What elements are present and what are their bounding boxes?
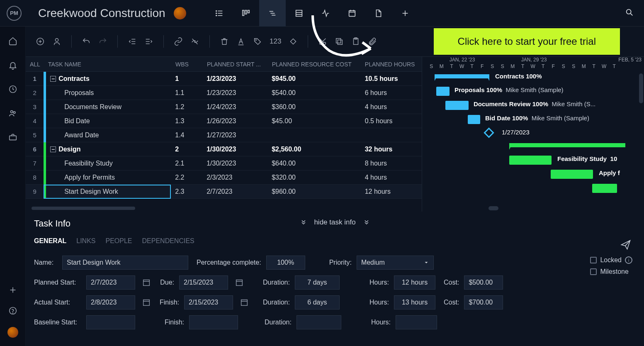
table-row[interactable]: 3Documents Review1.21/24/2023$360.004 ho… <box>26 100 422 114</box>
assign-user-icon[interactable] <box>52 37 61 46</box>
calendar-icon[interactable] <box>140 296 153 309</box>
view-gantt-icon[interactable] <box>259 0 286 27</box>
paste-icon[interactable] <box>351 37 360 46</box>
locked-checkbox[interactable]: Lockedi <box>590 256 632 264</box>
actualstart-field[interactable] <box>86 295 135 309</box>
view-board-icon[interactable] <box>233 0 259 27</box>
link-icon[interactable] <box>174 37 183 46</box>
view-calendar-icon[interactable] <box>339 0 365 27</box>
actualfinish-field[interactable] <box>184 295 233 309</box>
hide-task-info-toggle[interactable]: hide task info <box>300 218 369 227</box>
indent-icon[interactable] <box>144 37 153 46</box>
table-row[interactable]: 2Proposals1.11/23/2023$540.006 hours <box>26 86 422 100</box>
tab-people[interactable]: PEOPLE <box>105 237 132 245</box>
view-sheet-icon[interactable] <box>286 0 312 27</box>
outdent-icon[interactable] <box>128 37 137 46</box>
baseline-duration-field[interactable] <box>296 315 341 329</box>
col-header-plannedhours[interactable]: PLANNED HOURS <box>361 61 422 68</box>
table-row[interactable]: 1−Contracts11/23/2023$945.0010.5 hours <box>26 72 422 86</box>
avatar[interactable] <box>174 7 186 19</box>
gantt-day-letter: W <box>599 63 610 72</box>
gantt-bar-proposals[interactable] <box>436 87 450 96</box>
view-list-icon[interactable] <box>206 0 233 27</box>
cta-banner[interactable]: Click here to start your free trial <box>434 28 620 55</box>
view-add-icon[interactable] <box>392 0 418 27</box>
gantt-bar-biddate[interactable] <box>468 115 480 124</box>
col-header-wbs[interactable]: WBS <box>171 61 203 68</box>
send-icon[interactable] <box>620 239 632 251</box>
add-task-icon[interactable] <box>36 37 45 46</box>
add-icon[interactable] <box>8 285 17 295</box>
name-field[interactable] <box>62 256 188 270</box>
actual-hours-field[interactable] <box>394 295 435 309</box>
gantt-day-letter: S <box>426 63 437 72</box>
calendar-icon[interactable] <box>238 296 250 309</box>
view-activity-icon[interactable] <box>312 0 339 27</box>
col-header-taskname[interactable]: TASK NAME <box>44 61 171 68</box>
tab-general[interactable]: GENERAL <box>34 237 66 245</box>
svg-point-5 <box>216 15 216 16</box>
planned-hours-field[interactable] <box>394 275 435 290</box>
planned-cost-field[interactable] <box>464 275 503 290</box>
collapse-icon[interactable]: − <box>50 76 56 82</box>
gantt-milestone-award[interactable] <box>484 127 494 138</box>
baseline-hours-field[interactable] <box>396 315 437 329</box>
help-icon[interactable] <box>8 306 17 315</box>
milestone-checkbox[interactable]: Milestone <box>590 268 632 275</box>
tab-links[interactable]: LINKS <box>76 237 95 245</box>
profile-avatar[interactable] <box>7 327 18 338</box>
hours-label: Hours: <box>371 319 391 326</box>
calendar-icon[interactable] <box>140 276 153 289</box>
grid-hscroll[interactable] <box>26 205 422 212</box>
due-field[interactable] <box>179 275 228 290</box>
search-icon[interactable] <box>625 8 634 18</box>
attach-icon[interactable] <box>368 37 377 46</box>
milestone-icon[interactable] <box>289 37 298 46</box>
table-row[interactable]: 6−Design21/30/2023$2,560.0032 hours <box>26 142 422 156</box>
gantt-bar-feasibility[interactable] <box>509 156 552 165</box>
priority-select[interactable]: Medium <box>357 256 434 270</box>
tab-dependencies[interactable]: DEPENDENCIES <box>142 237 194 245</box>
people-icon[interactable] <box>8 109 17 118</box>
col-header-all[interactable]: ALL <box>26 61 44 68</box>
unlink-icon[interactable] <box>190 37 199 46</box>
baselinefinish-field[interactable] <box>189 315 238 329</box>
home-icon[interactable] <box>8 37 17 46</box>
gantt-bar-docsreview[interactable] <box>445 101 469 110</box>
redo-icon[interactable] <box>98 37 107 46</box>
table-row[interactable]: 8Apply for Permits2.22/3/2023$320.004 ho… <box>26 171 422 185</box>
notifications-icon[interactable] <box>8 61 17 70</box>
actual-cost-field[interactable] <box>464 295 503 309</box>
cut-icon[interactable] <box>318 37 327 46</box>
collapse-icon[interactable]: − <box>50 146 56 152</box>
pct-field[interactable] <box>266 256 305 270</box>
table-row[interactable]: 5Award Date1.41/27/2023 <box>26 128 422 142</box>
table-row[interactable]: 7Feasibility Study2.11/30/2023$640.008 h… <box>26 156 422 171</box>
baselinestart-field[interactable] <box>86 315 135 329</box>
textcolor-icon[interactable] <box>236 37 245 46</box>
logo-badge[interactable]: PM <box>7 6 22 21</box>
table-row[interactable]: 4Bid Date1.31/26/2023$45.000.5 hours <box>26 114 422 128</box>
plannedstart-field[interactable] <box>86 275 135 290</box>
gantt-hscroll[interactable] <box>488 206 498 210</box>
delete-icon[interactable] <box>220 37 229 46</box>
actual-duration-field[interactable] <box>295 295 340 309</box>
clock-icon[interactable] <box>8 85 17 94</box>
gantt-summary-contracts[interactable] <box>435 74 489 78</box>
calendar-icon[interactable] <box>233 276 245 289</box>
col-header-plannedstart[interactable]: PLANNED START ... <box>203 61 268 68</box>
col-header-plannedcost[interactable]: PLANNED RESOURCE COST <box>268 61 361 68</box>
copy-icon[interactable] <box>335 37 344 46</box>
info-icon[interactable]: i <box>625 256 632 264</box>
gantt-vscroll[interactable] <box>639 73 643 103</box>
tag-icon[interactable] <box>253 37 262 46</box>
gantt-bar-permits[interactable] <box>551 170 593 179</box>
undo-icon[interactable] <box>82 37 91 46</box>
table-row[interactable]: 9Start Design Work2.32/7/2023$960.0012 h… <box>26 185 422 199</box>
toolbar-number[interactable]: 123 <box>270 37 281 46</box>
gantt-summary-design[interactable] <box>509 143 625 147</box>
briefcase-icon[interactable] <box>8 133 17 142</box>
gantt-bar-startdesign[interactable] <box>592 184 617 193</box>
planned-duration-field[interactable] <box>295 275 340 290</box>
view-file-icon[interactable] <box>365 0 392 27</box>
